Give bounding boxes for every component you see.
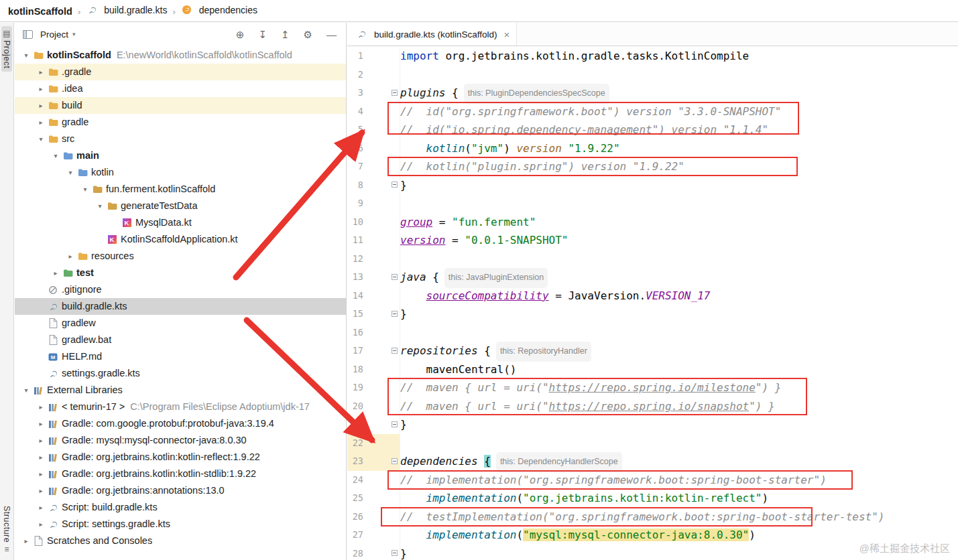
chevron-right-icon[interactable]: ▸ xyxy=(35,432,47,449)
fold-toggle-icon[interactable] xyxy=(392,90,398,96)
tree-item-gradlew-bat[interactable]: gradlew.bat xyxy=(15,332,346,348)
code-line-20[interactable]: 20// maven { url = uri("https://repo.spr… xyxy=(347,397,958,416)
tab-close-icon[interactable]: × xyxy=(504,29,510,40)
chevron-right-icon[interactable]: ▸ xyxy=(20,533,32,549)
tree-item-gradle[interactable]: ▸.gradle xyxy=(15,64,346,80)
chevron-right-icon[interactable]: ▸ xyxy=(35,64,47,80)
chevron-right-icon[interactable]: ▸ xyxy=(35,449,47,466)
chevron-right-icon[interactable]: ▸ xyxy=(35,415,47,432)
code-line-25[interactable]: 25 implementation("org.jetbrains.kotlin:… xyxy=(347,489,958,508)
tree-item-script-build-gradle-kts[interactable]: ▸Script: build.gradle.kts xyxy=(15,499,346,516)
code-line-18[interactable]: 18 mavenCentral() xyxy=(347,360,958,379)
tree-item-idea[interactable]: ▸.idea xyxy=(15,80,346,97)
tree-item-gradle-org-jetbrains-annotations-13-0[interactable]: ▸Gradle: org.jetbrains:annotations:13.0 xyxy=(15,482,346,499)
fold-toggle-icon[interactable] xyxy=(392,311,398,317)
code-line-21[interactable]: 21} xyxy=(347,415,958,434)
expand-all-icon[interactable]: ↧ xyxy=(258,29,267,40)
code-line-17[interactable]: 17repositories {this: RepositoryHandler xyxy=(347,342,958,360)
editor-body[interactable]: 1import org.jetbrains.kotlin.gradle.task… xyxy=(347,46,958,560)
toolwindow-tab-project[interactable]: ▤ Project xyxy=(1,26,12,72)
tree-item-help-md[interactable]: MHELP.md xyxy=(15,348,346,365)
code-line-4[interactable]: 4// id("org.springframework.boot") versi… xyxy=(347,102,958,121)
tree-item-gitignore[interactable]: .gitignore xyxy=(15,281,346,298)
code-line-12[interactable]: 12 xyxy=(347,250,958,269)
editor-tab-build-gradle-kts[interactable]: build.gradle.kts (kotlinScaffold) × xyxy=(347,23,517,46)
fold-toggle-icon[interactable] xyxy=(392,348,398,354)
tree-item-resources[interactable]: ▸resources xyxy=(15,248,346,265)
tree-item-mysqldata-kt[interactable]: KMysqlData.kt xyxy=(15,214,346,231)
code-line-24[interactable]: 24// implementation("org.springframework… xyxy=(347,471,958,490)
code-line-11[interactable]: 11version = "0.0.1-SNAPSHOT" xyxy=(347,231,958,250)
tree-item-generatetestdata[interactable]: ▾generateTestData xyxy=(15,198,346,214)
fold-toggle-icon[interactable] xyxy=(392,182,398,188)
tree-item-scratches-and-consoles[interactable]: ▸Scratches and Consoles xyxy=(15,533,346,549)
tree-item-gradle-mysql-mysql-connector-java-8-0-30[interactable]: ▸Gradle: mysql:mysql-connector-java:8.0.… xyxy=(15,432,346,449)
chevron-down-icon[interactable]: ▾ xyxy=(50,147,62,164)
chevron-down-icon[interactable]: ▾ xyxy=(79,181,91,198)
project-panel-title[interactable]: Project xyxy=(40,29,68,40)
chevron-down-icon[interactable]: ▾ xyxy=(94,198,106,214)
chevron-right-icon[interactable]: ▸ xyxy=(64,248,76,265)
code-line-14[interactable]: 14 sourceCompatibility = JavaVersion.VER… xyxy=(347,287,958,305)
chevron-down-icon[interactable]: ▾ xyxy=(35,131,47,147)
locate-file-icon[interactable]: ⊕ xyxy=(236,29,245,40)
chevron-right-icon[interactable]: ▸ xyxy=(35,482,47,499)
code-line-9[interactable]: 9 xyxy=(347,194,958,213)
chevron-right-icon[interactable]: ▸ xyxy=(35,399,47,415)
hide-panel-icon[interactable]: — xyxy=(326,29,337,40)
code-line-13[interactable]: 13java {this: JavaPluginExtension xyxy=(347,268,958,287)
code-line-10[interactable]: 10group = "fun.ferment" xyxy=(347,213,958,232)
chevron-down-icon[interactable]: ▾ xyxy=(20,382,32,399)
code-line-26[interactable]: 26// testImplementation("org.springframe… xyxy=(347,508,958,527)
tree-item-temurin-17[interactable]: ▸< temurin-17 >C:\Program Files\Eclipse … xyxy=(15,399,346,415)
chevron-down-icon[interactable]: ▾ xyxy=(64,164,76,181)
code-line-16[interactable]: 16 xyxy=(347,324,958,342)
tree-item-external-libraries[interactable]: ▾External Libraries xyxy=(15,382,346,399)
tree-item-gradle-org-jetbrains-kotlin-kotlin-reflect-1-9-22[interactable]: ▸Gradle: org.jetbrains.kotlin:kotlin-ref… xyxy=(15,449,346,466)
chevron-right-icon[interactable]: ▸ xyxy=(35,114,47,131)
tree-item-gradle-org-jetbrains-kotlin-kotlin-stdlib-1-9-22[interactable]: ▸Gradle: org.jetbrains.kotlin:kotlin-std… xyxy=(15,466,346,482)
tree-item-build-gradle-kts[interactable]: build.gradle.kts xyxy=(15,298,346,315)
tree-item-test[interactable]: ▸test xyxy=(15,265,346,281)
chevron-down-icon[interactable]: ▾ xyxy=(20,47,32,64)
chevron-right-icon[interactable]: ▸ xyxy=(35,80,47,97)
code-line-7[interactable]: 7// kotlin("plugin.spring") version "1.9… xyxy=(347,157,958,176)
code-line-15[interactable]: 15} xyxy=(347,305,958,324)
chevron-right-icon[interactable]: ▸ xyxy=(35,499,47,516)
tree-item-src[interactable]: ▾src xyxy=(15,131,346,147)
fold-toggle-icon[interactable] xyxy=(392,274,398,280)
code-line-3[interactable]: 3plugins {this: PluginDependenciesSpecSc… xyxy=(347,84,958,102)
settings-gear-icon[interactable]: ⚙ xyxy=(304,29,312,40)
chevron-right-icon[interactable]: ▸ xyxy=(50,265,62,281)
chevron-right-icon[interactable]: ▸ xyxy=(35,97,47,114)
chevron-right-icon[interactable]: ▸ xyxy=(35,516,47,533)
tree-item-script-settings-gradle-kts[interactable]: ▸Script: settings.gradle.kts xyxy=(15,516,346,533)
code-line-2[interactable]: 2 xyxy=(347,66,958,84)
code-line-19[interactable]: 19// maven { url = uri("https://repo.spr… xyxy=(347,378,958,397)
tree-item-fun-ferment-kotlinscaffold[interactable]: ▾fun.ferment.kotlinScaffold xyxy=(15,181,346,198)
code-line-6[interactable]: 6 kotlin("jvm") version "1.9.22" xyxy=(347,139,958,158)
tree-item-gradle-com-google-protobuf-protobuf-java-3-19-4[interactable]: ▸Gradle: com.google.protobuf:protobuf-ja… xyxy=(15,415,346,432)
tree-item-settings-gradle-kts[interactable]: settings.gradle.kts xyxy=(15,365,346,382)
code-line-8[interactable]: 8} xyxy=(347,176,958,195)
fold-toggle-icon[interactable] xyxy=(392,550,398,556)
tree-item-kotlin[interactable]: ▾kotlin xyxy=(15,164,346,181)
chevron-right-icon[interactable]: ▸ xyxy=(35,466,47,482)
breadcrumb-kotlinscaffold[interactable]: kotlinScaffold xyxy=(8,6,72,17)
tree-item-main[interactable]: ▾main xyxy=(15,147,346,164)
tree-item-gradlew[interactable]: gradlew xyxy=(15,315,346,332)
breadcrumb-dependencies[interactable]: dependencies xyxy=(181,5,257,15)
code-line-23[interactable]: 23dependencies {this: DependencyHandlerS… xyxy=(347,452,958,471)
code-line-5[interactable]: 5// id("io.spring.dependency-management"… xyxy=(347,121,958,139)
collapse-all-icon[interactable]: ↥ xyxy=(281,29,290,40)
fold-toggle-icon[interactable] xyxy=(392,458,398,464)
toolwindow-tab-structure[interactable]: Structure ≡ xyxy=(1,502,12,557)
tree-item-gradle[interactable]: ▸gradle xyxy=(15,114,346,131)
code-line-22[interactable]: 22 xyxy=(347,434,958,453)
tree-item-kotlinscaffoldapplication-kt[interactable]: KKotlinScaffoldApplication.kt xyxy=(15,231,346,248)
tree-item-build[interactable]: ▸build xyxy=(15,97,346,114)
breadcrumb-build-gradle-kts[interactable]: build.gradle.kts xyxy=(86,5,167,15)
fold-toggle-icon[interactable] xyxy=(392,421,398,427)
code-line-1[interactable]: 1import org.jetbrains.kotlin.gradle.task… xyxy=(347,47,958,66)
tree-item-kotlinscaffold[interactable]: ▾kotlinScaffoldE:\newWorld\kotlinScaffol… xyxy=(15,47,346,64)
